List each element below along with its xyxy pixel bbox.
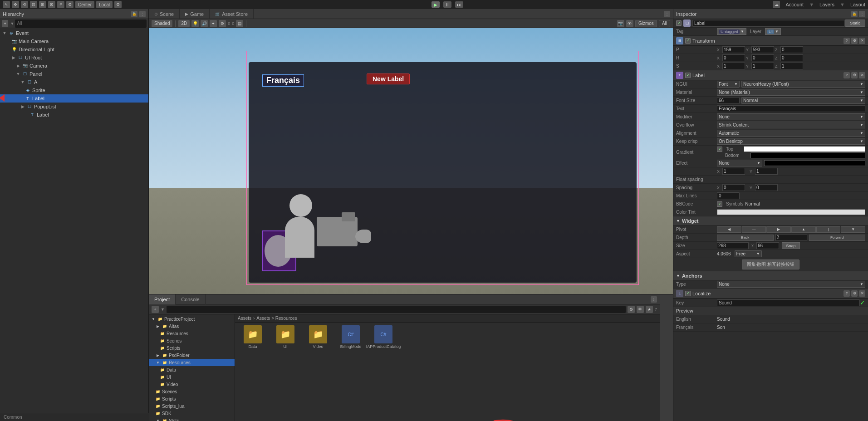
transform-help-icon[interactable]: ? xyxy=(843,38,850,44)
scene-options-icon[interactable]: ⚙ xyxy=(219,20,226,27)
pz-field[interactable] xyxy=(780,46,803,53)
text-field[interactable] xyxy=(717,105,865,112)
hierarchy-search[interactable] xyxy=(15,20,147,28)
tree-item-popuplist[interactable]: ▶ ☐ PopupList xyxy=(0,103,148,111)
transform-close-icon[interactable]: ✕ xyxy=(859,38,865,44)
depth-back-btn[interactable]: Back xyxy=(717,235,774,241)
hierarchy-lock-icon[interactable]: 🔒 xyxy=(131,11,137,17)
ry-field[interactable] xyxy=(751,54,774,61)
scene-view-icon[interactable]: 👁 xyxy=(626,20,633,27)
label-help-icon[interactable]: ? xyxy=(843,72,850,78)
py-field[interactable] xyxy=(751,46,774,53)
color-tint-swatch[interactable] xyxy=(717,209,865,215)
size-w-field[interactable] xyxy=(717,242,749,249)
label-checkbox[interactable]: ✓ xyxy=(685,73,691,78)
scene-cam-icon[interactable]: 📷 xyxy=(617,20,624,27)
play-settings-icon[interactable]: ⚙ xyxy=(114,1,122,8)
x-field[interactable] xyxy=(722,168,745,175)
pivot-btn-up[interactable]: ▲ xyxy=(791,226,816,233)
file-item-ui[interactable]: 📁 UI xyxy=(149,373,235,381)
alignment-dropdown[interactable]: Automatic ▼ xyxy=(717,130,865,137)
ngui-dropdown[interactable]: Font ▼ xyxy=(717,81,740,88)
modifier-dropdown[interactable]: None ▼ xyxy=(717,113,865,120)
scene-extra-icon[interactable]: ▤ xyxy=(236,20,243,27)
layout-menu[interactable]: Layout xyxy=(850,2,865,7)
font-style-dropdown[interactable]: Normal ▼ xyxy=(741,97,865,104)
tab-scene[interactable]: ⊙Scene xyxy=(149,9,180,19)
file-item-data[interactable]: 📁 Data xyxy=(149,366,235,373)
file-item-resources1[interactable]: 📁 Resources xyxy=(149,330,235,337)
project-settings-icon[interactable]: ⚙ xyxy=(628,306,635,313)
local-button[interactable]: Local xyxy=(96,1,113,8)
anchors-type-dropdown[interactable]: None ▼ xyxy=(717,281,865,288)
pivot-btn-down[interactable]: ▼ xyxy=(841,226,865,233)
localize-settings-icon[interactable]: ⚙ xyxy=(851,290,858,297)
size-h-field[interactable] xyxy=(756,242,779,249)
file-item-slots[interactable]: ▼ 📁 Slots xyxy=(149,417,235,421)
file-item-scenes1[interactable]: 📁 Scenes xyxy=(149,337,235,344)
rx-field[interactable] xyxy=(722,54,745,61)
tag-dropdown[interactable]: Untagged ▼ xyxy=(717,28,746,35)
file-item-scenes2[interactable]: 📁 Scenes xyxy=(149,388,235,395)
y-field[interactable] xyxy=(755,168,778,175)
file-item-altas[interactable]: ▶ 📁 Altas xyxy=(149,323,235,330)
pivot-btn-left[interactable]: ◀ xyxy=(717,226,741,233)
file-item-practiceproject[interactable]: ▼ 📁 PracticeProject xyxy=(149,315,235,323)
static-button[interactable]: Static xyxy=(845,20,865,27)
localize-component-header[interactable]: L ✓ Localize ? ⚙ ✕ xyxy=(673,289,868,299)
tree-item-camera[interactable]: ▶ 📷 Camera xyxy=(0,62,148,70)
hierarchy-menu-icon[interactable]: ⋮ xyxy=(139,11,146,17)
spacing-x-field[interactable] xyxy=(722,184,745,191)
francais-label[interactable]: Français xyxy=(262,74,304,87)
tree-item-ui-root[interactable]: ▶ ☐ UI Root xyxy=(0,54,148,62)
free-dropdown[interactable]: Free ▼ xyxy=(735,250,762,257)
max-lines-field[interactable] xyxy=(717,192,740,199)
anchors-section-header[interactable]: ▼ Anchors xyxy=(673,271,868,280)
scene-viewport[interactable]: Français New Label xyxy=(149,28,673,294)
tool-icon-2[interactable]: ✥ xyxy=(12,1,19,8)
overflow-dropdown[interactable]: Shrink Content ▼ xyxy=(717,122,865,128)
pause-button[interactable]: ⏸ xyxy=(443,1,451,8)
tool-icon-1[interactable]: ↖ xyxy=(3,1,10,8)
gradient-bottom-swatch[interactable] xyxy=(750,152,865,158)
file-item-video[interactable]: 📁 Video xyxy=(149,381,235,388)
new-label-button[interactable]: New Label xyxy=(367,73,410,84)
project-menu-icon[interactable]: ⋮ xyxy=(651,296,657,303)
keep-crisp-dropdown[interactable]: On Desktop ▼ xyxy=(717,138,865,145)
all-button[interactable]: All xyxy=(659,20,670,27)
bbcode-checkbox[interactable]: ✓ xyxy=(717,201,722,207)
file-item-psdfolder[interactable]: ▶ 📁 PsdFolder xyxy=(149,352,235,359)
tab-console[interactable]: Console xyxy=(176,294,205,304)
2d-button[interactable]: 2D xyxy=(178,20,190,27)
gradient-top-swatch[interactable] xyxy=(744,146,865,152)
sz-field[interactable] xyxy=(780,63,803,69)
shading-dropdown[interactable]: Shaded xyxy=(152,20,172,27)
tool-icon-6[interactable]: ⊠ xyxy=(48,1,55,8)
inspector-lock-icon[interactable]: 🔒 xyxy=(851,11,858,17)
light-toggle-icon[interactable]: 💡 xyxy=(191,20,199,27)
object-active-checkbox[interactable]: ✓ xyxy=(676,20,682,26)
asset-billingmode[interactable]: C# BillingMode xyxy=(335,324,367,352)
font-value-dropdown[interactable]: NeuronHeavy (UIFont) ▼ xyxy=(741,81,865,88)
account-menu[interactable]: Account xyxy=(785,2,804,7)
tab-project[interactable]: Project xyxy=(149,294,176,304)
asset-iapproductcatalog[interactable]: C# IAPProductCatalog xyxy=(368,324,399,352)
localize-checkbox[interactable]: ✓ xyxy=(685,291,691,296)
tool-icon-4[interactable]: ⊡ xyxy=(30,1,37,8)
depth-field[interactable] xyxy=(775,234,807,241)
pivot-btn-center-h[interactable]: — xyxy=(742,226,766,233)
tool-icon-3[interactable]: ⟲ xyxy=(21,1,28,8)
layers-menu[interactable]: Layers xyxy=(819,2,834,7)
assets-label[interactable]: Assets xyxy=(238,316,251,321)
font-size-field[interactable] xyxy=(717,97,740,104)
layer-dropdown[interactable]: UI ▼ xyxy=(765,28,781,35)
project-search[interactable] xyxy=(167,306,626,313)
tree-item-panel[interactable]: ▼ ☐ Panel xyxy=(0,70,148,78)
tree-item-a[interactable]: ▼ ☐ A xyxy=(0,78,148,86)
file-item-sdk[interactable]: 📁 SDK xyxy=(149,410,235,417)
step-button[interactable]: ⏭ xyxy=(455,1,463,8)
label-component-header[interactable]: T ✓ Label ? ⚙ ✕ xyxy=(673,70,868,80)
localize-help-icon[interactable]: ? xyxy=(843,290,850,297)
inspector-menu-icon[interactable]: ⋮ xyxy=(859,11,865,17)
localize-close-icon[interactable]: ✕ xyxy=(859,290,865,297)
